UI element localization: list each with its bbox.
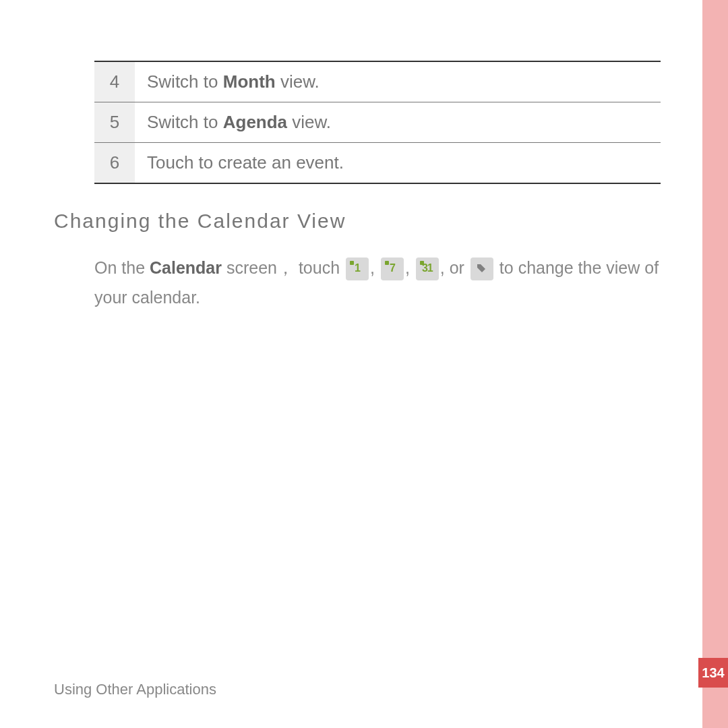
row-text: Touch to create an event. — [135, 143, 661, 184]
row-text: Switch to Agenda view. — [135, 102, 661, 143]
row-number: 5 — [94, 102, 135, 143]
callout-table: 4 Switch to Month view. 5 Switch to Agen… — [94, 61, 661, 184]
row-text-bold: Agenda — [223, 112, 287, 132]
table-row: 4 Switch to Month view. — [94, 61, 661, 102]
table-row: 5 Switch to Agenda view. — [94, 102, 661, 143]
row-text: Switch to Month view. — [135, 61, 661, 102]
day-view-icon: 1 — [346, 257, 369, 280]
page-number-tab: 134 — [698, 658, 728, 688]
side-accent-bar — [702, 0, 728, 728]
para-sep: , — [405, 258, 415, 277]
table-row: 6 Touch to create an event. — [94, 143, 661, 184]
para-bold: Calendar — [150, 258, 222, 277]
footer-chapter-title: Using Other Applications — [54, 681, 216, 698]
content-area: 4 Switch to Month view. 5 Switch to Agen… — [0, 0, 702, 728]
row-number: 4 — [94, 61, 135, 102]
row-text-prefix: Switch to — [147, 112, 223, 132]
page: 134 4 Switch to Month view. 5 Switch to … — [0, 0, 728, 728]
para-text: On the — [94, 258, 150, 277]
para-text: screen， touch — [222, 258, 344, 277]
instruction-paragraph: On the Calendar screen， touch 1, 7, 31, … — [94, 253, 661, 312]
month-view-icon: 31 — [416, 257, 439, 280]
row-text-suffix: view. — [287, 112, 331, 132]
section-heading: Changing the Calendar View — [54, 210, 662, 233]
row-number: 6 — [94, 143, 135, 184]
row-text-prefix: Touch to create an event. — [147, 152, 344, 173]
week-view-icon: 7 — [381, 257, 404, 280]
row-text-suffix: view. — [276, 71, 320, 92]
row-text-bold: Month — [223, 71, 276, 92]
agenda-view-icon — [471, 257, 493, 280]
row-text-prefix: Switch to — [147, 71, 223, 92]
para-or: , or — [440, 258, 469, 277]
para-sep: , — [370, 258, 380, 277]
